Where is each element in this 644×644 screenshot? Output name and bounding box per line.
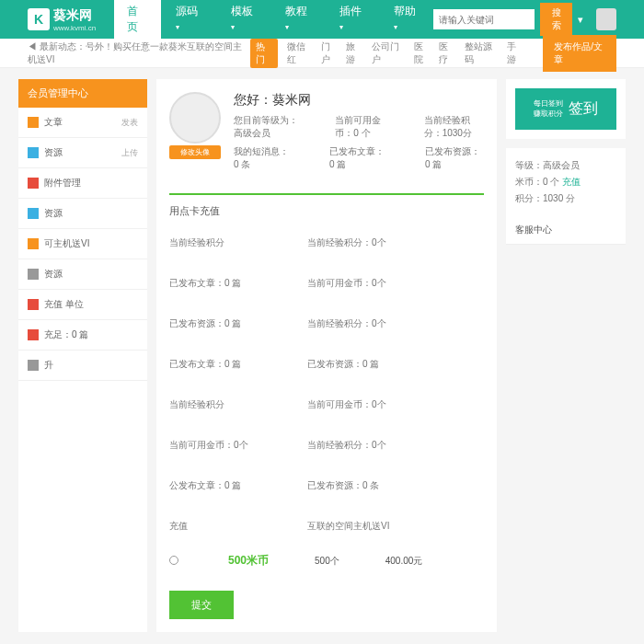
publish-button[interactable]: 发布作品/文章 xyxy=(543,35,616,72)
score-text: 积分：1030 分 xyxy=(515,190,616,207)
user-avatar-icon[interactable] xyxy=(596,8,616,30)
profile-section: 修改头像 您好：葵米网 您目前等级为：高级会员 当前可用金币：0 个 当前经验积… xyxy=(169,92,484,186)
sidebar-label: 文章 xyxy=(44,116,63,129)
sidebar-label: 充足：0 篇 xyxy=(44,328,88,341)
sidebar-label: 升 xyxy=(44,359,53,372)
stat-cell: 已发布资源：0 篇 xyxy=(169,317,261,330)
sidebar-item[interactable]: 升 xyxy=(18,351,147,381)
stat-cell: 公发布文章：0 篇 xyxy=(169,479,261,492)
sidebar-icon xyxy=(28,117,39,128)
stat-cell: 当前经验积分 xyxy=(169,398,261,411)
sidebar-item[interactable]: 文章发表 xyxy=(18,108,147,138)
header: K 葵米网 www.kvmi.cn 首页 源码 模板 教程 插件 帮助 搜索 ▾ xyxy=(0,0,644,39)
stats-grid: 当前经验积分当前经验积分：0个已发布文章：0 篇当前可用金币：0个已发布资源：0… xyxy=(169,227,484,542)
tag-item[interactable]: 旅游 xyxy=(346,40,362,66)
nav-source[interactable]: 源码 xyxy=(163,0,215,46)
main-content: 修改头像 您好：葵米网 您目前等级为：高级会员 当前可用金币：0 个 当前经验积… xyxy=(156,79,497,632)
search-box: 搜索 ▾ xyxy=(433,3,616,36)
search-button[interactable]: 搜索 xyxy=(540,3,571,36)
stat-cell: 已发布资源：0 条 xyxy=(307,479,399,492)
nav-home[interactable]: 首页 xyxy=(114,0,161,46)
signin-button[interactable]: 每日签到赚取积分 签到 xyxy=(515,88,616,130)
sidebar-label: 附件管理 xyxy=(44,177,81,190)
price-amount: 400.00元 xyxy=(385,555,423,568)
sidebar-icon xyxy=(28,147,39,158)
level-text: 等级：高级会员 xyxy=(515,157,616,174)
stat-cell: 当前可用金币：0个 xyxy=(169,439,261,452)
sidebar-item[interactable]: 充足：0 篇 xyxy=(18,320,147,351)
sidebar-icon xyxy=(28,178,39,189)
tag-item[interactable]: 微信红 xyxy=(287,40,312,66)
stat-cell: 已发布文章：0 篇 xyxy=(169,358,261,371)
sidebar-label: 充值 单位 xyxy=(44,298,84,311)
sidebar-item[interactable]: 可主机送VI xyxy=(18,229,147,259)
sidebar-icon xyxy=(28,238,39,249)
stat-cell: 当前经验积分：0个 xyxy=(307,439,399,452)
divider xyxy=(169,193,484,195)
stat-cell: 已发布资源：0 篇 xyxy=(307,358,399,371)
stat-cell: 当前经验积分：0个 xyxy=(307,236,399,249)
sidebar-item[interactable]: 充值 单位 xyxy=(18,290,147,320)
coin-label: 当前可用金币：0 个 xyxy=(335,114,386,140)
level-label: 您目前等级为：高级会员 xyxy=(234,114,298,140)
tag-item[interactable]: 门户 xyxy=(321,40,338,66)
submit-button[interactable]: 提交 xyxy=(169,591,234,619)
tag-item[interactable]: 整站源码 xyxy=(465,40,498,66)
tag-hot[interactable]: 热门 xyxy=(250,39,278,68)
stat-cell: 已发布文章：0 篇 xyxy=(169,277,261,290)
stat-cell: 当前可用金币：0个 xyxy=(307,277,399,290)
edit-avatar-button[interactable]: 修改头像 xyxy=(169,145,221,159)
sidebar-item[interactable]: 资源 xyxy=(18,199,147,229)
section-title: 用点卡充值 xyxy=(169,204,484,218)
sidebar-label: 可主机送VI xyxy=(44,237,89,250)
sidebar-icon xyxy=(28,208,39,219)
greeting: 您好：葵米网 xyxy=(234,92,484,109)
tag-item[interactable]: 手游 xyxy=(507,40,523,66)
sidebar-label: 资源 xyxy=(44,207,63,220)
sidebar-action: 上传 xyxy=(121,147,138,159)
avatar[interactable] xyxy=(169,92,221,144)
right-column: 每日签到赚取积分 签到 等级：高级会员 米币：0 个 充值 积分：1030 分 … xyxy=(506,79,626,632)
sidebar-item[interactable]: 附件管理 xyxy=(18,168,147,199)
tag-item[interactable]: 公司门户 xyxy=(372,40,405,66)
price-qty: 500个 xyxy=(315,555,339,568)
sidebar-icon xyxy=(28,269,39,280)
logo-icon: K xyxy=(28,8,50,30)
res-label: 已发布资源：0 篇 xyxy=(425,145,484,171)
stat-cell: 当前经验积分：0个 xyxy=(307,317,399,330)
container: 会员管理中心 文章发表资源上传附件管理资源可主机送VI资源充值 单位充足：0 篇… xyxy=(0,79,644,632)
tag-item[interactable]: 医院 xyxy=(414,40,431,66)
sidebar-item[interactable]: 资源上传 xyxy=(18,138,147,168)
logo-text: 葵米网 xyxy=(53,7,96,24)
tag-list: 热门 微信红 门户 旅游 公司门户 医院 医疗 整站源码 手游 发布作品/文章 xyxy=(250,35,616,72)
logo-sub: www.kvmi.cn xyxy=(53,24,96,32)
stat-cell: 互联的空间主机送VI xyxy=(307,520,399,533)
signin-text: 签到 xyxy=(569,99,598,119)
radio-icon[interactable] xyxy=(169,556,178,565)
sidebar-label: 资源 xyxy=(44,268,63,281)
subheader: ◀ 最新动态：号外！购买任意一款葵米互联的空间主机送VI 热门 微信红 门户 旅… xyxy=(0,39,644,68)
sidebar-label: 资源 xyxy=(44,146,63,159)
recharge-link[interactable]: 充值 xyxy=(562,177,581,187)
search-input[interactable] xyxy=(433,9,535,29)
stat-cell: 充值 xyxy=(169,520,261,533)
sidebar-icon xyxy=(28,329,39,340)
announcement: ◀ 最新动态：号外！购买任意一款葵米互联的空间主机送VI xyxy=(28,40,250,66)
sidebar: 会员管理中心 文章发表资源上传附件管理资源可主机送VI资源充值 单位充足：0 篇… xyxy=(18,79,147,632)
price-row: 500米币 500个 400.00元 xyxy=(169,553,484,569)
sidebar-action: 发表 xyxy=(121,117,138,129)
service-header: 客服中心 xyxy=(506,216,626,245)
art-label: 已发布文章：0 篇 xyxy=(329,145,388,171)
price-option: 500米币 xyxy=(228,553,269,569)
coin-text: 米币：0 个 xyxy=(515,177,562,187)
logo[interactable]: K 葵米网 www.kvmi.cn xyxy=(28,7,96,32)
sidebar-icon xyxy=(28,299,39,310)
tag-item[interactable]: 医疗 xyxy=(439,40,455,66)
stat-cell: 当前可用金币：0个 xyxy=(307,398,399,411)
dropdown-icon[interactable]: ▾ xyxy=(578,14,583,26)
stat-cell: 当前经验积分 xyxy=(169,236,261,249)
signin-box: 每日签到赚取积分 签到 xyxy=(506,79,626,139)
sidebar-item[interactable]: 资源 xyxy=(18,259,147,290)
sidebar-icon xyxy=(28,360,39,371)
sidebar-header: 会员管理中心 xyxy=(18,79,147,108)
